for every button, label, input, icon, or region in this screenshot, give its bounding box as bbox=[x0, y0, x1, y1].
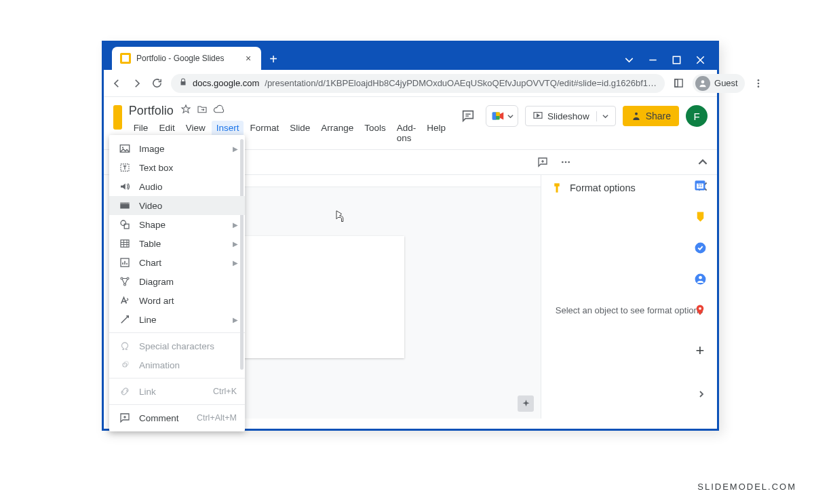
star-icon[interactable] bbox=[180, 104, 191, 118]
menu-help[interactable]: Help bbox=[422, 121, 450, 145]
menu-slide[interactable]: Slide bbox=[285, 121, 315, 145]
watermark: SLIDEMODEL.COM bbox=[697, 482, 796, 492]
user-avatar[interactable]: F bbox=[686, 105, 708, 127]
menu-item-diagram[interactable]: Diagram bbox=[109, 272, 245, 291]
menu-divider bbox=[109, 378, 245, 379]
format-panel-title: Format options bbox=[570, 182, 691, 193]
menu-item-image[interactable]: Image▶ bbox=[109, 139, 245, 158]
menu-item-comment[interactable]: CommentCtrl+Alt+M bbox=[109, 408, 245, 427]
back-icon[interactable] bbox=[111, 77, 123, 90]
browser-tab[interactable]: Portfolio - Google Slides × bbox=[112, 47, 261, 70]
cloud-icon[interactable] bbox=[213, 104, 225, 118]
keep-icon[interactable] bbox=[693, 210, 707, 223]
cursor-pointer-icon bbox=[332, 210, 345, 226]
menu-item-shape[interactable]: Shape▶ bbox=[109, 215, 245, 234]
close-window-icon[interactable] bbox=[696, 55, 705, 67]
url-field[interactable]: docs.google.com /presentation/d/1KBPEloa… bbox=[171, 74, 665, 93]
wordart-icon bbox=[119, 294, 131, 307]
menu-item-video[interactable]: Video bbox=[109, 196, 245, 215]
comment-icon bbox=[119, 412, 131, 424]
animation-icon bbox=[119, 359, 131, 371]
new-tab-button[interactable]: + bbox=[264, 50, 283, 69]
menu-item-special-characters: Special characters bbox=[109, 336, 245, 355]
chart-icon bbox=[119, 256, 131, 269]
submenu-arrow-icon: ▶ bbox=[233, 221, 238, 229]
tasks-icon[interactable] bbox=[693, 241, 707, 254]
insert-menu-dropdown: Image▶Text boxAudioVideoShape▶Table▶Char… bbox=[109, 135, 245, 431]
tab-title: Portfolio - Google Slides bbox=[136, 54, 238, 63]
url-domain: docs.google.com bbox=[193, 78, 259, 88]
submenu-arrow-icon: ▶ bbox=[233, 240, 238, 248]
slideshow-button[interactable]: Slideshow bbox=[525, 106, 616, 126]
svg-point-13 bbox=[565, 161, 567, 163]
svg-point-38 bbox=[127, 277, 129, 279]
slide-canvas[interactable] bbox=[228, 236, 404, 358]
menu-item-audio[interactable]: Audio bbox=[109, 177, 245, 196]
maximize-icon[interactable] bbox=[672, 55, 681, 67]
menu-item-line[interactable]: Line▶ bbox=[109, 310, 245, 329]
browser-titlebar: Portfolio - Google Slides × + bbox=[104, 43, 717, 70]
slideshow-dropdown-icon[interactable] bbox=[596, 111, 608, 121]
guest-chip[interactable]: Guest bbox=[693, 74, 745, 93]
menu-item-chart[interactable]: Chart▶ bbox=[109, 253, 245, 272]
menu-item-word-art[interactable]: Word art bbox=[109, 291, 245, 310]
table-icon bbox=[119, 237, 131, 250]
meet-button[interactable] bbox=[486, 105, 518, 127]
menu-item-link: LinkCtrl+K bbox=[109, 382, 245, 401]
guest-avatar-icon bbox=[695, 76, 710, 91]
slideshow-label: Slideshow bbox=[547, 111, 589, 121]
svg-rect-8 bbox=[492, 113, 497, 120]
svg-point-27 bbox=[699, 307, 701, 310]
close-tab-icon[interactable]: × bbox=[244, 54, 253, 63]
svg-point-33 bbox=[121, 220, 126, 226]
share-button[interactable]: Share bbox=[623, 106, 679, 126]
minimize-icon[interactable] bbox=[648, 55, 657, 67]
svg-point-5 bbox=[757, 82, 759, 84]
submenu-arrow-icon: ▶ bbox=[233, 145, 238, 153]
menu-arrange[interactable]: Arrange bbox=[316, 121, 358, 145]
add-comment-toolbar-icon[interactable] bbox=[534, 153, 551, 171]
menu-item-text-box[interactable]: Text box bbox=[109, 158, 245, 177]
svg-rect-0 bbox=[673, 56, 680, 63]
svg-point-26 bbox=[699, 275, 702, 279]
menu-item-table[interactable]: Table▶ bbox=[109, 234, 245, 253]
video-icon bbox=[119, 199, 131, 212]
menu-item-animation: Animation bbox=[109, 355, 245, 374]
calendar-icon[interactable]: 31 bbox=[693, 178, 707, 192]
shortcut: Ctrl+Alt+M bbox=[197, 413, 237, 423]
url-path: /presentation/d/1KBPEloajdHb8C4jyPDMOxdu… bbox=[265, 78, 657, 88]
chevron-down-icon[interactable] bbox=[625, 55, 634, 67]
svg-point-12 bbox=[562, 161, 564, 163]
svg-point-39 bbox=[124, 284, 126, 286]
svg-rect-32 bbox=[120, 203, 130, 204]
more-icon[interactable] bbox=[557, 153, 575, 171]
contacts-icon[interactable] bbox=[693, 272, 707, 286]
svg-rect-35 bbox=[121, 240, 129, 248]
doc-title[interactable]: Portfolio bbox=[129, 104, 174, 118]
svg-point-6 bbox=[757, 85, 759, 88]
explore-button[interactable] bbox=[518, 395, 534, 412]
link-icon bbox=[119, 385, 131, 398]
submenu-arrow-icon: ▶ bbox=[233, 259, 238, 267]
slides-favicon bbox=[120, 53, 131, 64]
guest-label: Guest bbox=[714, 78, 738, 88]
svg-point-3 bbox=[701, 80, 705, 83]
add-addon-icon[interactable]: + bbox=[693, 344, 707, 357]
collapse-icon[interactable] bbox=[694, 153, 712, 171]
move-icon[interactable] bbox=[197, 104, 208, 118]
collapse-rail-icon[interactable] bbox=[698, 388, 705, 400]
reader-icon[interactable] bbox=[673, 77, 684, 90]
format-icon bbox=[551, 182, 563, 194]
reload-icon[interactable] bbox=[151, 77, 163, 90]
svg-rect-2 bbox=[675, 79, 678, 87]
menu-tools[interactable]: Tools bbox=[360, 121, 391, 145]
comments-icon[interactable] bbox=[457, 104, 479, 128]
forward-icon[interactable] bbox=[131, 77, 143, 90]
svg-rect-1 bbox=[675, 79, 682, 87]
menu-format[interactable]: Format bbox=[245, 121, 284, 145]
slides-logo-icon[interactable] bbox=[113, 105, 122, 130]
kebab-icon[interactable] bbox=[753, 77, 764, 90]
lock-icon bbox=[179, 78, 187, 88]
menu-add-ons[interactable]: Add-ons bbox=[392, 121, 421, 145]
maps-icon[interactable] bbox=[693, 303, 707, 317]
